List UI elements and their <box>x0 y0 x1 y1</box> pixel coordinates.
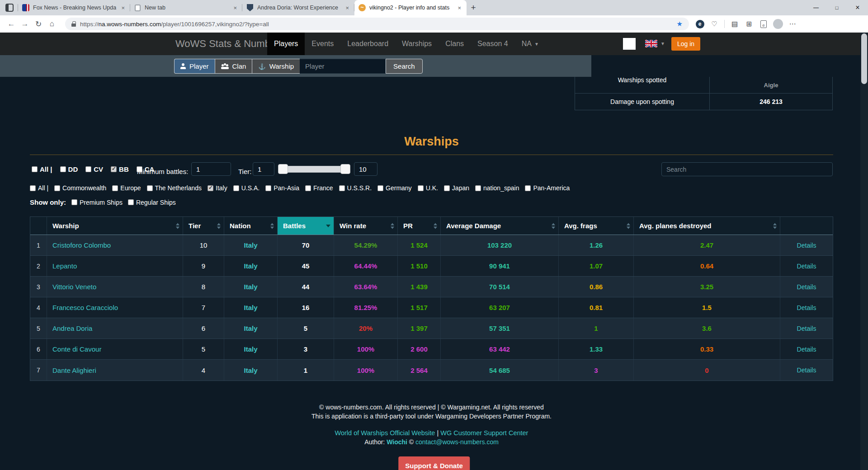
back-icon[interactable]: ← <box>5 19 18 28</box>
tier-max-input[interactable] <box>354 162 377 176</box>
workspaces-icon[interactable] <box>5 4 14 12</box>
tier-range-slider[interactable] <box>278 166 350 173</box>
filter-class-dd[interactable]: DD <box>60 165 78 173</box>
details-link[interactable]: Details <box>797 263 816 270</box>
checkbox[interactable] <box>147 185 153 191</box>
refresh-icon[interactable]: ↻ <box>32 19 45 29</box>
ship-link[interactable]: Lepanto <box>52 262 77 270</box>
slider-handle-min[interactable] <box>278 164 288 174</box>
nav-item-clans[interactable]: Clans <box>439 33 471 55</box>
nav-item-warships[interactable]: Warships <box>395 33 439 55</box>
column-header-avg-planes-destroyed[interactable]: Avg. planes destroyed <box>634 217 780 235</box>
filter-nation-u-k[interactable]: U.K. <box>418 184 438 192</box>
settings-menu-icon[interactable]: ⋯ <box>786 18 799 30</box>
details-link[interactable]: Details <box>797 325 816 332</box>
browser-tab-andrea[interactable]: Andrea Doria: Worst Experience× <box>242 0 354 15</box>
filter-class-cv[interactable]: CV <box>85 165 103 173</box>
nav-item-players[interactable]: Players <box>267 33 305 55</box>
checkbox[interactable] <box>30 185 36 191</box>
home-icon[interactable]: ⌂ <box>45 19 59 28</box>
checkbox[interactable] <box>208 185 213 191</box>
checkbox[interactable] <box>32 166 38 172</box>
filter-class-all[interactable]: All | <box>32 165 52 173</box>
filter-nation-all[interactable]: All | <box>30 184 48 192</box>
donate-button[interactable]: Support & Donate <box>398 456 470 470</box>
filter-nation-france[interactable]: France <box>305 184 333 192</box>
column-header-avg-frags[interactable]: Avg. frags <box>559 217 634 235</box>
search-type-clan[interactable]: Clan <box>215 59 252 74</box>
ship-link[interactable]: Dante Alighieri <box>52 367 96 374</box>
address-bar[interactable]: https://na.wows-numbers.com/player/10016… <box>65 18 689 30</box>
browser-essentials-icon[interactable]: ♡ <box>708 18 721 30</box>
checkbox[interactable] <box>85 166 91 172</box>
details-link[interactable]: Details <box>797 304 816 311</box>
filter-nation-pan-asia[interactable]: Pan-Asia <box>265 184 299 192</box>
tab-close-icon[interactable]: × <box>232 5 238 11</box>
nav-item-leaderboard[interactable]: Leaderboard <box>340 33 395 55</box>
filter-nation-u-s-a[interactable]: U.S.A. <box>233 184 259 192</box>
search-type-player[interactable]: Player <box>174 59 215 74</box>
nav-item-events[interactable]: Events <box>305 33 340 55</box>
filter-showonly-regular-ships[interactable]: Regular Ships <box>128 199 176 206</box>
language-selector[interactable]: ▼ <box>645 40 665 47</box>
filter-nation-japan[interactable]: Japan <box>444 184 469 192</box>
player-search-input[interactable] <box>300 59 386 74</box>
official-website-link[interactable]: World of Warships Official Website <box>335 429 435 437</box>
slider-handle-max[interactable] <box>340 164 350 174</box>
browser-tab-new[interactable]: New tab× <box>130 0 242 15</box>
ship-link[interactable]: Conte di Cavour <box>52 345 101 353</box>
author-link[interactable]: Wiochi <box>387 438 407 446</box>
column-header-nation[interactable]: Nation <box>224 217 278 235</box>
tab-close-icon[interactable]: × <box>120 5 126 11</box>
split-screen-icon[interactable]: ⊞ <box>743 18 755 30</box>
checkbox[interactable] <box>475 185 481 191</box>
search-type-warship[interactable]: Warship <box>252 59 300 74</box>
scrollbar-thumb[interactable] <box>861 33 867 84</box>
profile-avatar[interactable] <box>772 18 784 30</box>
column-header-battles[interactable]: Battles <box>278 217 334 235</box>
checkbox[interactable] <box>525 185 531 191</box>
details-link[interactable]: Details <box>797 367 816 374</box>
login-button[interactable]: Log in <box>671 37 700 51</box>
checkbox[interactable] <box>265 185 271 191</box>
tier-min-input[interactable] <box>253 162 274 176</box>
details-link[interactable]: Details <box>797 346 816 353</box>
min-battles-input[interactable] <box>191 162 231 176</box>
ship-link[interactable]: Andrea Doria <box>52 324 92 332</box>
search-button[interactable]: Search <box>386 59 423 74</box>
new-tab-button[interactable]: + <box>467 3 480 13</box>
nav-item-season-4[interactable]: Season 4 <box>471 33 515 55</box>
checkbox[interactable] <box>54 185 60 191</box>
filter-nation-pan-america[interactable]: Pan-America <box>525 184 570 192</box>
extension-badge-icon[interactable]: e <box>693 18 706 30</box>
nav-item-na[interactable]: NA▼ <box>515 33 546 55</box>
reading-mode-icon[interactable]: e <box>757 18 770 30</box>
checkbox[interactable] <box>233 185 239 191</box>
checkbox[interactable] <box>377 185 383 191</box>
ship-link[interactable]: Cristoforo Colombo <box>52 241 111 249</box>
checkbox[interactable] <box>71 199 77 205</box>
checkbox[interactable] <box>305 185 311 191</box>
column-header-average-damage[interactable]: Average Damage <box>441 217 559 235</box>
filter-nation-italy[interactable]: Italy <box>208 184 227 192</box>
collections-icon[interactable]: ▤ <box>728 18 741 30</box>
checkbox[interactable] <box>112 185 118 191</box>
checkbox[interactable] <box>339 185 345 191</box>
ship-link[interactable]: Francesco Caracciolo <box>52 304 118 311</box>
maximize-window-icon[interactable]: □ <box>826 0 847 15</box>
page-scrollbar[interactable] <box>860 33 868 470</box>
filter-nation-the-netherlands[interactable]: The Netherlands <box>147 184 202 192</box>
forward-icon[interactable]: → <box>18 19 32 28</box>
ship-link[interactable]: Vittorio Veneto <box>52 283 96 291</box>
favorite-star-icon[interactable]: ★ <box>677 20 683 28</box>
contact-email-link[interactable]: contact@wows-numbers.com <box>415 438 499 446</box>
browser-tab-vikingno2[interactable]: vikingno2 - Player info and stats× <box>354 0 467 15</box>
filter-class-bb[interactable]: BB <box>111 165 129 173</box>
filter-nation-u-s-s-r[interactable]: U.S.S.R. <box>339 184 372 192</box>
column-header-tier[interactable]: Tier <box>183 217 224 235</box>
browser-tab-fox[interactable]: Fox News - Breaking News Upda× <box>18 0 130 15</box>
details-link[interactable]: Details <box>797 283 816 291</box>
tab-close-icon[interactable]: × <box>456 5 462 11</box>
close-window-icon[interactable]: × <box>847 0 868 15</box>
checkbox[interactable] <box>60 166 66 172</box>
